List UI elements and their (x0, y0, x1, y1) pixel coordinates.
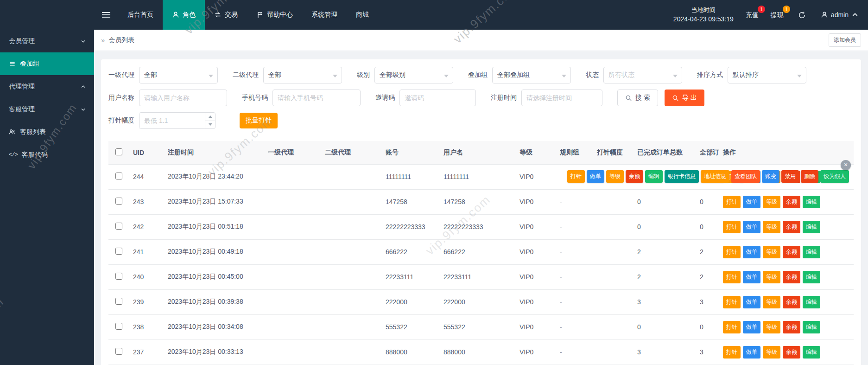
stepper-up-icon[interactable] (205, 113, 215, 121)
sort-select[interactable]: 默认排序 (728, 67, 806, 83)
popup-action-level-button[interactable]: 等级 (606, 170, 624, 183)
row-action-edit-button[interactable]: 编辑 (803, 346, 820, 359)
row-action-level-button[interactable]: 等级 (763, 346, 780, 359)
row-action-make-order-button[interactable]: 做单 (743, 196, 760, 208)
batch-inject-button[interactable]: 批量打针 (240, 113, 278, 128)
row-action-inject-button[interactable]: 打针 (723, 321, 741, 333)
agent2-select[interactable]: 全部 (263, 67, 342, 83)
cell-uid: 238 (129, 314, 164, 339)
sidebar-item-service-management[interactable]: 客服管理 (0, 98, 94, 121)
cell-completed-orders: 2 (634, 264, 696, 289)
popup-action-balance-button[interactable]: 余额 (626, 170, 643, 183)
people-icon (9, 128, 16, 135)
row-action-inject-button[interactable]: 打针 (723, 346, 741, 359)
row-action-edit-button[interactable]: 编辑 (803, 221, 820, 233)
sidebar-item-member-management[interactable]: 会员管理 (0, 30, 94, 52)
hamburger-menu-icon[interactable] (94, 0, 118, 30)
phone-input[interactable] (272, 90, 361, 106)
popup-action-account-change-button[interactable]: 账变 (762, 170, 779, 183)
row-action-inject-button[interactable]: 打针 (723, 271, 741, 283)
row-action-edit-button[interactable]: 编辑 (803, 196, 820, 208)
popup-action-delete-button[interactable]: 删除 (801, 170, 818, 183)
export-button[interactable]: 导 出 (665, 90, 704, 106)
sidebar-item-service-list[interactable]: 客服列表 (0, 121, 94, 143)
row-action-make-order-button[interactable]: 做单 (743, 221, 760, 233)
row-action-make-order-button[interactable]: 做单 (743, 296, 760, 308)
level-select[interactable]: 全部级别 (374, 67, 453, 83)
popup-action-view-team-button[interactable]: 查看团队 (731, 170, 760, 183)
row-action-make-order-button[interactable]: 做单 (743, 321, 760, 333)
row-checkbox[interactable] (115, 348, 122, 355)
sidebar-item-service-code[interactable]: </> 客服代码 (0, 143, 94, 166)
agent1-select[interactable]: 全部 (139, 67, 218, 83)
row-action-level-button[interactable]: 等级 (763, 221, 780, 233)
row-action-inject-button[interactable]: 打针 (723, 296, 741, 308)
nav-item-trade[interactable]: 交易 (205, 0, 247, 30)
sidebar-item-label: 客服代码 (22, 151, 48, 159)
row-action-balance-button[interactable]: 余额 (783, 296, 800, 308)
select-all-checkbox[interactable] (115, 148, 122, 155)
cell-completed-orders: 0 (634, 189, 696, 214)
nav-item-dashboard[interactable]: 后台首页 (118, 0, 163, 30)
stepper-down-icon[interactable] (205, 121, 215, 129)
popup-action-inject-button[interactable]: 打针 (567, 170, 585, 183)
nav-item-roles[interactable]: 角色 (163, 0, 205, 30)
row-action-inject-button[interactable]: 打针 (723, 221, 741, 233)
popup-action-make-order-button[interactable]: 做单 (587, 170, 604, 183)
row-action-level-button[interactable]: 等级 (763, 246, 780, 258)
row-checkbox[interactable] (115, 323, 122, 330)
row-action-level-button[interactable]: 等级 (763, 196, 780, 208)
search-button[interactable]: 搜 索 (617, 90, 658, 106)
popup-action-disable-button[interactable]: 禁用 (781, 170, 799, 183)
row-action-balance-button[interactable]: 余额 (783, 271, 800, 283)
row-action-balance-button[interactable]: 余额 (783, 221, 800, 233)
row-action-make-order-button[interactable]: 做单 (743, 346, 760, 359)
withdraw-link[interactable]: 提现 1 (771, 10, 784, 19)
nav-item-help-center[interactable]: 帮助中心 (247, 0, 302, 30)
main-area: » 会员列表 添加会员 一级代理 全部 二级代理 全部 级别 全部级别 (94, 30, 868, 365)
row-checkbox[interactable] (115, 248, 122, 255)
row-action-make-order-button[interactable]: 做单 (743, 246, 760, 258)
row-action-level-button[interactable]: 等级 (763, 296, 780, 308)
admin-menu[interactable]: admin (821, 11, 859, 19)
row-action-balance-button[interactable]: 余额 (783, 246, 800, 258)
inject-range-input[interactable] (139, 113, 205, 128)
row-action-level-button[interactable]: 等级 (763, 271, 780, 283)
row-action-edit-button[interactable]: 编辑 (803, 296, 820, 308)
popup-action-edit-button[interactable]: 编辑 (645, 170, 663, 183)
row-action-make-order-button[interactable]: 做单 (743, 271, 760, 283)
row-action-balance-button[interactable]: 余额 (783, 321, 800, 333)
row-action-balance-button[interactable]: 余额 (783, 196, 800, 208)
row-checkbox[interactable] (115, 173, 122, 179)
row-action-edit-button[interactable]: 编辑 (803, 271, 820, 283)
cell-completed-orders: 2 (634, 239, 696, 264)
row-action-edit-button[interactable]: 编辑 (803, 321, 820, 333)
row-action-inject-button[interactable]: 打针 (723, 196, 741, 208)
row-checkbox[interactable] (115, 298, 122, 305)
nav-item-system[interactable]: 系统管理 (302, 0, 347, 30)
row-action-inject-button[interactable]: 打针 (723, 246, 741, 258)
inject-range-label: 打针幅度 (108, 116, 134, 125)
nav-item-mall[interactable]: 商城 (347, 0, 378, 30)
reg-time-input[interactable] (521, 90, 602, 106)
recharge-link[interactable]: 充值 1 (746, 10, 759, 19)
username-input[interactable] (139, 90, 227, 106)
sidebar-item-stack-group[interactable]: 叠加组 (0, 52, 94, 75)
status-select[interactable]: 所有状态 (603, 67, 682, 83)
row-checkbox[interactable] (115, 273, 122, 280)
close-icon[interactable]: × (841, 160, 851, 170)
invite-code-input[interactable] (399, 90, 476, 106)
refresh-icon[interactable] (796, 8, 809, 21)
cell-reg-time: 2023年10月23日 15:07:33 (164, 189, 264, 214)
row-checkbox[interactable] (115, 198, 122, 205)
row-action-edit-button[interactable]: 编辑 (803, 246, 820, 258)
sidebar-item-agent-management[interactable]: 代理管理 (0, 75, 94, 98)
popup-action-set-fake-button[interactable]: 设为假人 (820, 170, 849, 183)
popup-action-address-info-button[interactable]: 地址信息 (701, 170, 729, 183)
add-member-button[interactable]: 添加会员 (829, 33, 861, 47)
stack-group-select[interactable]: 全部叠加组 (492, 67, 571, 83)
popup-action-bank-card-info-button[interactable]: 银行卡信息 (665, 170, 699, 183)
row-checkbox[interactable] (115, 223, 122, 230)
row-action-level-button[interactable]: 等级 (763, 321, 780, 333)
row-action-balance-button[interactable]: 余额 (783, 346, 800, 359)
